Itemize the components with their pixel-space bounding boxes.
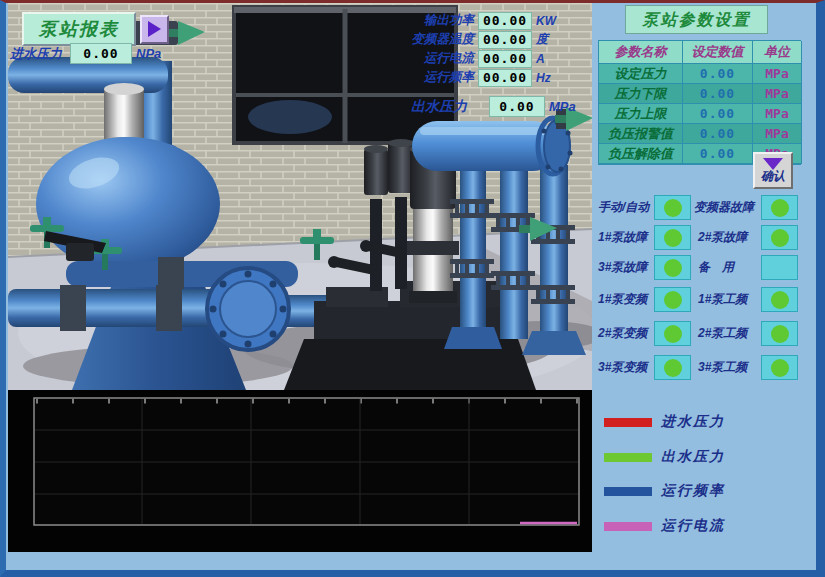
param-value[interactable]: 0.00 [683, 64, 753, 84]
table-header: 设定数值 [683, 41, 753, 64]
param-unit: MPa [753, 64, 802, 84]
running-frequency-readout: 运行频率 00.00 Hz [398, 68, 551, 87]
lamp-icon [664, 325, 682, 343]
lamp-icon [664, 291, 682, 309]
status-label-manual-auto: 手动/自动 [598, 194, 649, 220]
status-row: 3#泵故障 备 用 [594, 254, 813, 282]
lamp-icon [771, 359, 789, 377]
lamp-icon [664, 229, 682, 247]
inverter-temp-readout: 变频器温度 00.00 度 [398, 30, 548, 49]
legend-item: 运行频率 [594, 483, 725, 499]
param-value[interactable]: 0.00 [683, 84, 753, 104]
status-lamp-pump3-vfd [654, 355, 691, 380]
status-label-pump1-mains: 1#泵工频 [698, 286, 747, 312]
status-lamp-manual-auto [654, 195, 691, 220]
lamp-icon [664, 199, 682, 217]
report-play-button[interactable] [140, 15, 169, 44]
status-label-spare: 备 用 [698, 254, 734, 280]
status-label-pump3-fault: 3#泵故障 [598, 254, 647, 280]
status-lamp-spare [761, 255, 798, 280]
legend-swatch-run-current [604, 522, 652, 531]
readout-value: 00.00 [478, 31, 532, 49]
lamp-icon [771, 325, 789, 343]
running-current-readout: 运行电流 00.00 A [398, 49, 545, 68]
output-power-readout: 输出功率 00.00 KW [398, 11, 556, 30]
status-lamp-pump3-fault [654, 255, 691, 280]
inlet-pressure-value: 0.00 [70, 43, 132, 64]
inlet-pressure-unit: NPa [136, 46, 161, 61]
param-unit: MPa [753, 124, 802, 144]
report-button[interactable]: 泵站报表 [22, 12, 136, 46]
readout-label: 运行电流 [398, 50, 474, 67]
status-row: 手动/自动 变频器故障 [594, 194, 813, 222]
lamp-icon [771, 199, 789, 217]
legend-item: 运行电流 [594, 518, 725, 534]
confirm-button[interactable]: 确认 [753, 152, 793, 189]
status-label-inverter-fault: 变频器故障 [694, 194, 754, 220]
outlet-pressure-unit: MPa [549, 99, 576, 114]
outlet-pressure-value: 0.00 [489, 96, 545, 117]
param-name: 设定压力 [599, 64, 683, 84]
status-label-pump3-mains: 3#泵工频 [698, 354, 747, 380]
status-label-pump2-fault: 2#泵故障 [698, 224, 747, 250]
lamp-icon [664, 259, 682, 277]
param-value[interactable]: 0.00 [683, 124, 753, 144]
readout-unit: KW [536, 14, 556, 28]
status-row: 3#泵变频 3#泵工频 [594, 354, 813, 382]
outlet-pressure-readout: 出水压力 0.00 MPa [411, 96, 576, 117]
settings-title: 泵站参数设置 [625, 5, 768, 34]
play-icon [148, 21, 161, 37]
status-lamp-pump2-mains [761, 321, 798, 346]
parameter-table: 参数名称 设定数值 单位 设定压力 0.00 MPa 压力下限 0.00 MPa… [598, 40, 801, 165]
status-lamp-pump2-vfd [654, 321, 691, 346]
readout-label: 输出功率 [398, 12, 474, 29]
status-label-pump2-mains: 2#泵工频 [698, 320, 747, 346]
inlet-pressure-label: 进水压力 [10, 45, 66, 63]
legend-label: 运行频率 [661, 482, 725, 500]
lamp-icon [664, 359, 682, 377]
readout-value: 00.00 [478, 50, 532, 68]
status-lamp-inverter-fault [761, 195, 798, 220]
lamp-icon [771, 229, 789, 247]
status-lamp-pump1-mains [761, 287, 798, 312]
pump-station-3d-view: 泵站报表 进水压力 0.00 NPa 输出功率 00.00 KW 变频器温度 0… [8, 3, 592, 390]
legend-swatch-run-frequency [604, 487, 652, 496]
status-label-pump3-vfd: 3#泵变频 [598, 354, 647, 380]
param-name: 负压报警值 [599, 124, 683, 144]
param-value[interactable]: 0.00 [683, 144, 753, 164]
readout-value: 00.00 [478, 69, 532, 87]
param-value[interactable]: 0.00 [683, 104, 753, 124]
readout-value: 00.00 [478, 12, 532, 30]
status-row: 1#泵变频 1#泵工频 [594, 286, 813, 314]
table-header: 单位 [753, 41, 802, 64]
param-unit: MPa [753, 104, 802, 124]
status-lamp-pump1-vfd [654, 287, 691, 312]
readout-unit: A [536, 52, 545, 66]
status-row: 1#泵故障 2#泵故障 [594, 224, 813, 252]
status-row: 2#泵变频 2#泵工频 [594, 320, 813, 348]
pump-station-hmi-screen: 泵站报表 进水压力 0.00 NPa 输出功率 00.00 KW 变频器温度 0… [0, 0, 825, 577]
outlet-pressure-label: 出水压力 [411, 98, 485, 116]
status-label-pump1-vfd: 1#泵变频 [598, 286, 647, 312]
confirm-label: 确认 [761, 168, 785, 185]
readout-unit: Hz [536, 71, 551, 85]
legend-label: 出水压力 [661, 448, 725, 466]
param-name: 压力下限 [599, 84, 683, 104]
legend-item: 出水压力 [594, 449, 725, 465]
legend-item: 进水压力 [594, 414, 725, 430]
legend-swatch-inlet-pressure [604, 418, 652, 427]
readout-unit: 度 [536, 31, 548, 48]
inlet-pressure-readout: 进水压力 0.00 NPa [10, 43, 161, 64]
trend-plot [8, 390, 592, 552]
trend-chart [8, 390, 592, 552]
status-label-pump1-fault: 1#泵故障 [598, 224, 647, 250]
legend-swatch-outlet-pressure [604, 453, 652, 462]
legend-label: 运行电流 [661, 517, 725, 535]
settings-panel: 泵站参数设置 参数名称 设定数值 单位 设定压力 0.00 MPa 压力下限 0… [594, 3, 813, 570]
lamp-icon [771, 291, 789, 309]
param-name: 负压解除值 [599, 144, 683, 164]
table-header: 参数名称 [599, 41, 683, 64]
status-lamp-pump3-mains [761, 355, 798, 380]
status-lamp-pump2-fault [761, 225, 798, 250]
param-name: 压力上限 [599, 104, 683, 124]
